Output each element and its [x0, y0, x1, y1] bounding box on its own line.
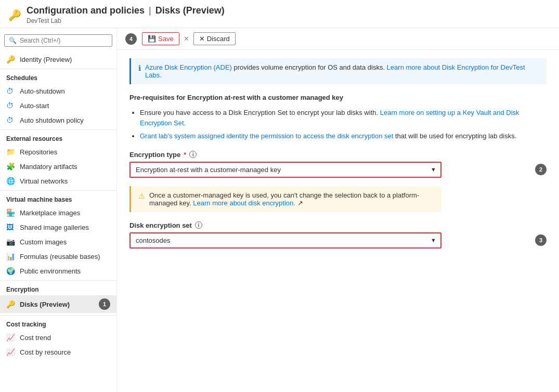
info-icon: ℹ	[138, 64, 141, 72]
sidebar-item-formulas[interactable]: 📊 Formulas (reusable bases)	[0, 249, 116, 264]
section-vm-bases: Virtual machine bases	[0, 190, 116, 205]
sidebar-item-virtual-networks[interactable]: 🌐 Virtual networks	[0, 174, 116, 188]
step-badge-4: 4	[125, 33, 137, 45]
sidebar-item-label: Mandatory artifacts	[20, 163, 77, 171]
sidebar-item-label: Auto shutdown policy	[20, 116, 84, 124]
sidebar-item-label: Virtual networks	[20, 177, 68, 185]
sidebar-item-label: Marketplace images	[20, 209, 80, 217]
sidebar-item-label: Disks (Preview)	[20, 300, 70, 308]
step-badge-1: 1	[99, 298, 110, 310]
identity-link[interactable]: Grant lab's system assigned identity the…	[140, 132, 393, 140]
sidebar-item-label: Repositories	[20, 148, 57, 156]
discard-icon: ✕	[199, 35, 205, 43]
disk-encryption-label: Disk encryption set i	[129, 221, 547, 229]
warning-text: Once a customer-managed key is used, you…	[149, 191, 434, 207]
sidebar-item-marketplace[interactable]: 🏪 Marketplace images	[0, 205, 116, 220]
page-subtitle: Disks (Preview)	[155, 5, 225, 16]
disk-encryption-set-select[interactable]: contosodes	[129, 232, 441, 249]
sidebar-item-label: Identity (Preview)	[20, 56, 72, 63]
sidebar-item-cost-trend[interactable]: 📈 Cost trend	[0, 330, 116, 345]
marketplace-icon: 🏪	[6, 208, 16, 217]
network-icon: 🌐	[6, 177, 16, 185]
toolbar-divider: ✕	[184, 35, 189, 43]
bullet-list: Ensure you have access to a Disk Encrypt…	[129, 108, 547, 141]
disks-icon: 🔑	[6, 300, 16, 308]
prerequisites-title: Pre-requisites for Encryption at-rest wi…	[129, 94, 547, 101]
gallery-icon: 🖼	[6, 223, 16, 231]
search-input[interactable]	[20, 37, 108, 44]
discard-label: Discard	[207, 35, 230, 43]
ade-link[interactable]: Azure Disk Encryption (ADE)	[145, 63, 232, 71]
sidebar-item-custom-images[interactable]: 📷 Custom images	[0, 234, 116, 249]
sidebar-item-label: Cost by resource	[20, 348, 71, 356]
sidebar-item-cost-by-resource[interactable]: 📈 Cost by resource	[0, 345, 116, 359]
sidebar-item-label: Auto-shutdown	[20, 87, 65, 95]
search-box[interactable]: 🔍	[4, 34, 112, 47]
page-title: Configuration and policies	[27, 5, 145, 16]
section-encryption: Encryption	[0, 280, 116, 295]
sidebar-item-label: Shared image galleries	[20, 224, 89, 231]
info-text: Azure Disk Encryption (ADE) provides vol…	[145, 63, 539, 79]
warning-box: ⚠ Once a customer-managed key is used, y…	[129, 186, 441, 212]
breadcrumb: DevTest Lab	[27, 17, 225, 24]
sidebar-item-label: Public environments	[20, 267, 81, 275]
section-external: External resources	[0, 129, 116, 145]
disk-encryption-set-field: Disk encryption set i contosodes ▼ 3	[129, 221, 547, 249]
section-schedules: Schedules	[0, 69, 116, 84]
schedule-icon: ⏱	[6, 116, 16, 124]
title-icon: 🔑	[8, 9, 21, 21]
camera-icon: 📷	[6, 238, 16, 246]
step-badge-3: 3	[535, 234, 547, 246]
sidebar-item-mandatory-artifacts[interactable]: 🧩 Mandatory artifacts	[0, 159, 116, 174]
encryption-type-info-icon[interactable]: i	[189, 151, 197, 158]
encryption-type-select[interactable]: Encryption at-rest with a platform-manag…	[129, 162, 441, 178]
sidebar-item-auto-start[interactable]: ⏱ Auto-start	[0, 98, 116, 113]
sidebar-item-disks-preview[interactable]: 🔑 Disks (Preview) 1	[0, 295, 116, 313]
sidebar-item-identity[interactable]: 🔑 Identity (Preview)	[0, 52, 116, 67]
required-marker: *	[184, 151, 186, 159]
encryption-type-label: Encryption type * i	[129, 151, 547, 159]
encryption-type-select-wrapper: Encryption at-rest with a platform-manag…	[129, 162, 441, 178]
artifact-icon: 🧩	[6, 162, 16, 171]
sidebar-item-public-environments[interactable]: 🌍 Public environments	[0, 264, 116, 278]
resource-icon: 📈	[6, 348, 16, 356]
bullet-item-2: Grant lab's system assigned identity the…	[140, 131, 547, 141]
discard-button[interactable]: ✕ Discard	[193, 32, 236, 45]
save-label: Save	[158, 35, 174, 43]
save-icon: 💾	[148, 35, 156, 43]
sidebar-item-label: Custom images	[20, 238, 67, 246]
sidebar-item-label: Auto-start	[20, 102, 49, 110]
sidebar-item-repositories[interactable]: 📁 Repositories	[0, 145, 116, 159]
info-text-mid: provides volume encryption for OS and da…	[234, 63, 387, 71]
key-icon: 🔑	[6, 55, 16, 63]
schedule-icon: ⏱	[6, 101, 16, 110]
info-box: ℹ Azure Disk Encryption (ADE) provides v…	[129, 58, 547, 84]
env-icon: 🌍	[6, 267, 16, 275]
step-badge-2: 2	[535, 164, 547, 175]
encryption-type-field: Encryption type * i Encryption at-rest w…	[129, 151, 547, 178]
disk-encryption-info-icon[interactable]: i	[195, 221, 202, 229]
sidebar: 🔍 🔑 Identity (Preview) Schedules ⏱ Auto-…	[0, 28, 117, 392]
sidebar-item-auto-shutdown-policy[interactable]: ⏱ Auto shutdown policy	[0, 113, 116, 127]
warning-icon: ⚠	[138, 192, 145, 200]
title-separator: |	[149, 5, 151, 16]
section-cost-tracking: Cost tracking	[0, 315, 116, 330]
sidebar-item-label: Cost trend	[20, 334, 51, 342]
formula-icon: 📊	[6, 252, 16, 260]
sidebar-item-auto-shutdown[interactable]: ⏱ Auto-shutdown	[0, 84, 116, 98]
save-button[interactable]: 💾 Save	[142, 32, 179, 45]
search-icon: 🔍	[9, 37, 17, 44]
disk-encryption-link[interactable]: Learn more about disk encryption.	[193, 199, 295, 207]
sidebar-item-label: Formulas (reusable bases)	[20, 253, 100, 260]
bullet-item-1: Ensure you have access to a Disk Encrypt…	[140, 108, 547, 128]
trend-icon: 📈	[6, 333, 16, 342]
schedule-icon: ⏱	[6, 87, 16, 95]
sidebar-item-shared-galleries[interactable]: 🖼 Shared image galleries	[0, 220, 116, 234]
main-content: 4 💾 Save ✕ ✕ Discard ℹ Azure Disk Encryp…	[117, 28, 559, 392]
disk-encryption-select-wrapper: contosodes ▼	[129, 232, 441, 249]
toolbar: 4 💾 Save ✕ ✕ Discard	[117, 28, 559, 50]
repo-icon: 📁	[6, 148, 16, 156]
title-bar: 🔑 Configuration and policies | Disks (Pr…	[0, 0, 559, 28]
